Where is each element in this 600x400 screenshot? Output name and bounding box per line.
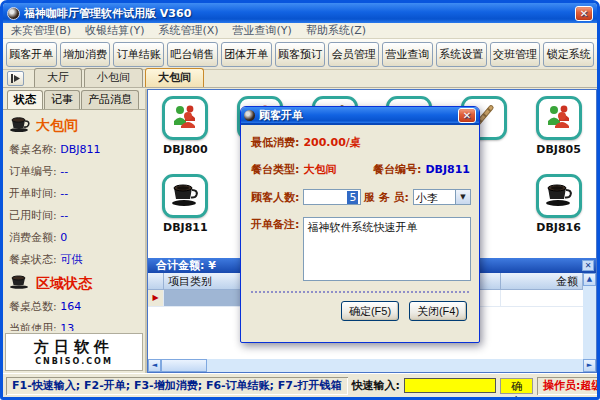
coffee-cup-icon bbox=[9, 274, 31, 293]
waiter-label: 服 务 员: bbox=[364, 190, 409, 205]
toolbar-bar-sale[interactable]: 吧台销售 bbox=[167, 42, 218, 67]
vendor-logo-text: 方日软件 bbox=[34, 338, 114, 357]
room-label: DBJ811 bbox=[163, 221, 208, 234]
confirm-button[interactable]: 确定(F5) bbox=[341, 301, 399, 321]
toolbar-open-order[interactable]: 顾客开单 bbox=[6, 42, 57, 67]
room-label: DBJ800 bbox=[163, 143, 208, 156]
menu-guest-mgmt[interactable]: 来宾管理(B) bbox=[11, 23, 71, 38]
sidebar-tab-product-news[interactable]: 产品消息 bbox=[81, 90, 139, 109]
room-cell: DBJ800 bbox=[148, 96, 223, 174]
field-order-no: 订单编号: -- bbox=[9, 164, 141, 179]
window-close-icon[interactable]: ✕ bbox=[575, 6, 593, 21]
min-consumption-label: 最低消费: bbox=[251, 135, 299, 150]
guests-waiter-row: 顾客人数: 5 服 务 员: 小李 ▼ bbox=[251, 189, 471, 205]
close-button[interactable]: 关闭(F4) bbox=[409, 301, 467, 321]
field-total-tables: 餐桌总数: 164 bbox=[9, 299, 141, 314]
toolbar-add-consumption[interactable]: 增加消费 bbox=[60, 42, 111, 67]
tab-hall[interactable]: 大厅 bbox=[34, 68, 82, 87]
toolbar-system-settings[interactable]: 系统设置 bbox=[436, 42, 487, 67]
header-amount[interactable]: 金额 bbox=[501, 273, 583, 289]
table-vertical-scrollbar[interactable]: ▲ bbox=[583, 273, 596, 359]
room-tile[interactable] bbox=[162, 96, 208, 140]
dock-arrow-icon bbox=[11, 74, 20, 83]
app-icon bbox=[7, 7, 20, 20]
menu-help[interactable]: 帮助系统(Z) bbox=[306, 23, 366, 38]
remark-row: 开单备注: 福神软件系统快速开单 bbox=[251, 217, 471, 281]
scroll-up-icon[interactable]: ▲ bbox=[583, 273, 596, 286]
guest-count-input[interactable]: 5 bbox=[303, 189, 361, 205]
guest-count-label: 顾客人数: bbox=[251, 190, 299, 205]
menu-cashier[interactable]: 收银结算(Y) bbox=[85, 23, 144, 38]
people-icon bbox=[171, 104, 199, 132]
waiter-select[interactable]: 小李 ▼ bbox=[413, 189, 471, 205]
status-bar: F1-快速输入; F2-开单; F3-增加消费; F6-订单结账; F7-打开钱… bbox=[3, 373, 597, 397]
waiter-value: 小李 bbox=[414, 190, 455, 204]
dialog-body: 最低消费: 200.00/桌 餐台类型: 大包间 餐台编号: DBJ811 顾客… bbox=[241, 125, 479, 342]
totals-label: 合计金额: ¥ bbox=[156, 258, 216, 273]
vendor-logo-url: CNBISO.COM bbox=[35, 357, 113, 366]
quick-input[interactable] bbox=[404, 378, 496, 393]
window-title: 福神咖啡厅管理软件试用版 V360 bbox=[24, 6, 575, 21]
menu-business-query[interactable]: 营业查询(Y) bbox=[233, 23, 292, 38]
horizontal-scrollbar[interactable]: ◄ ► bbox=[148, 359, 596, 372]
toolbar-business-query[interactable]: 营业查询 bbox=[382, 42, 433, 67]
sidebar-status-panel: 大包间 餐桌名称: DBJ811 订单编号: -- 开单时间: -- 已用时间:… bbox=[3, 110, 145, 331]
sidebar-tabs: 状态 记事 产品消息 bbox=[3, 89, 145, 110]
quick-ok-button[interactable]: 确定 bbox=[500, 378, 533, 394]
dialog-close-icon[interactable]: ✕ bbox=[458, 108, 476, 123]
coffee-icon bbox=[170, 181, 200, 211]
dock-panel-icon[interactable] bbox=[7, 71, 24, 86]
toolbar-reservation[interactable]: 顾客预订 bbox=[275, 42, 326, 67]
toolbar-shift-mgmt[interactable]: 交班管理 bbox=[490, 42, 541, 67]
toolbar-member-mgmt[interactable]: 会员管理 bbox=[328, 42, 379, 67]
app-window: 福神咖啡厅管理软件试用版 V360 ✕ 来宾管理(B) 收银结算(Y) 系统管理… bbox=[0, 0, 600, 400]
scrollbar-thumb[interactable] bbox=[161, 359, 207, 372]
totals-close-icon[interactable]: ✕ bbox=[582, 260, 594, 271]
scroll-left-icon[interactable]: ◄ bbox=[148, 359, 161, 372]
chevron-down-icon[interactable]: ▼ bbox=[455, 190, 470, 204]
title-bar: 福神咖啡厅管理软件试用版 V360 ✕ bbox=[3, 3, 597, 23]
scroll-right-icon[interactable]: ► bbox=[583, 359, 596, 372]
sidebar-tab-status[interactable]: 状态 bbox=[7, 90, 43, 109]
operator-badge: 操作员:超级用户 bbox=[537, 377, 600, 395]
remark-textarea[interactable]: 福神软件系统快速开单 bbox=[303, 217, 471, 281]
tab-large-room[interactable]: 大包间 bbox=[145, 68, 204, 87]
dialog-title: 顾客开单 bbox=[259, 108, 458, 123]
vendor-logo: 方日软件 CNBISO.COM bbox=[5, 333, 143, 371]
dialog-title-bar: 顾客开单 ✕ bbox=[241, 107, 479, 125]
room-tile[interactable] bbox=[162, 174, 208, 218]
min-consumption-row: 最低消费: 200.00/桌 bbox=[251, 135, 471, 150]
room-section-title: 大包间 bbox=[36, 117, 78, 135]
room-tile[interactable] bbox=[536, 174, 582, 218]
room-cell: DBJ805 bbox=[521, 96, 596, 174]
room-label: DBJ816 bbox=[536, 221, 581, 234]
coffee-icon bbox=[544, 181, 574, 211]
hotkey-hints: F1-快速输入; F2-开单; F3-增加消费; F6-订单结账; F7-打开钱… bbox=[6, 377, 348, 395]
table-no-value: DBJ811 bbox=[425, 163, 470, 176]
menu-system-mgmt[interactable]: 系统管理(X) bbox=[158, 23, 218, 38]
coffee-cup-icon bbox=[9, 116, 31, 136]
zone-section-title: 区域状态 bbox=[36, 275, 92, 293]
sidebar-tab-notes[interactable]: 记事 bbox=[44, 90, 80, 109]
field-in-use: 当前使用: 13 bbox=[9, 321, 141, 331]
room-cell: DBJ816 bbox=[521, 174, 596, 252]
table-no-label: 餐台编号: bbox=[373, 162, 421, 177]
field-open-time: 开单时间: -- bbox=[9, 186, 141, 201]
quick-input-label: 快速输入: bbox=[352, 378, 400, 393]
toolbar-lock-system[interactable]: 锁定系统 bbox=[543, 42, 594, 67]
toolbar-group-order[interactable]: 团体开单 bbox=[221, 42, 272, 67]
area-tabstrip: 大厅 小包间 大包间 bbox=[3, 70, 597, 88]
dialog-buttons: 确定(F5) 关闭(F4) bbox=[251, 301, 471, 321]
cell-amount bbox=[501, 290, 583, 306]
table-type-value: 大包间 bbox=[303, 162, 336, 177]
guest-count-value: 5 bbox=[347, 191, 358, 204]
dialog-app-icon bbox=[244, 110, 255, 121]
remark-label: 开单备注: bbox=[251, 217, 299, 232]
open-order-dialog: 顾客开单 ✕ 最低消费: 200.00/桌 餐台类型: 大包间 餐台编号: DB… bbox=[240, 106, 480, 343]
room-cell: DBJ811 bbox=[148, 174, 223, 252]
table-type-label: 餐台类型: bbox=[251, 162, 299, 177]
room-tile[interactable] bbox=[536, 96, 582, 140]
tab-small-room[interactable]: 小包间 bbox=[84, 68, 143, 87]
table-info-row: 餐台类型: 大包间 餐台编号: DBJ811 bbox=[251, 162, 471, 177]
toolbar-checkout[interactable]: 订单结账 bbox=[113, 42, 164, 67]
